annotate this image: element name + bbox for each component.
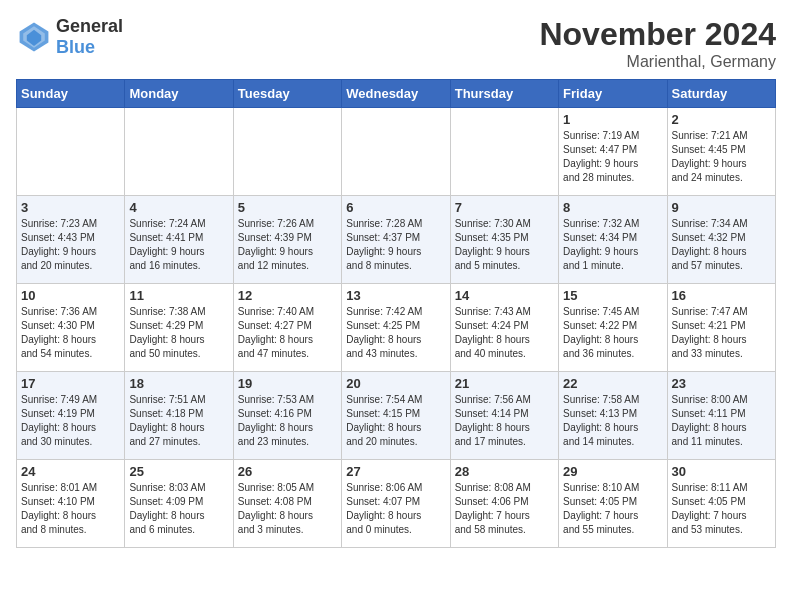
day-info: Sunrise: 7:54 AM Sunset: 4:15 PM Dayligh… <box>346 393 445 449</box>
day-info: Sunrise: 7:40 AM Sunset: 4:27 PM Dayligh… <box>238 305 337 361</box>
day-info: Sunrise: 7:26 AM Sunset: 4:39 PM Dayligh… <box>238 217 337 273</box>
day-info: Sunrise: 8:03 AM Sunset: 4:09 PM Dayligh… <box>129 481 228 537</box>
day-number: 17 <box>21 376 120 391</box>
day-info: Sunrise: 7:24 AM Sunset: 4:41 PM Dayligh… <box>129 217 228 273</box>
title-area: November 2024 Marienthal, Germany <box>539 16 776 71</box>
calendar-week-row: 10Sunrise: 7:36 AM Sunset: 4:30 PM Dayli… <box>17 284 776 372</box>
header-day-tuesday: Tuesday <box>233 80 341 108</box>
day-info: Sunrise: 7:51 AM Sunset: 4:18 PM Dayligh… <box>129 393 228 449</box>
location-subtitle: Marienthal, Germany <box>539 53 776 71</box>
day-number: 29 <box>563 464 662 479</box>
calendar-cell: 13Sunrise: 7:42 AM Sunset: 4:25 PM Dayli… <box>342 284 450 372</box>
day-number: 28 <box>455 464 554 479</box>
calendar-cell: 17Sunrise: 7:49 AM Sunset: 4:19 PM Dayli… <box>17 372 125 460</box>
day-number: 4 <box>129 200 228 215</box>
day-number: 20 <box>346 376 445 391</box>
calendar-cell: 9Sunrise: 7:34 AM Sunset: 4:32 PM Daylig… <box>667 196 775 284</box>
calendar-cell: 27Sunrise: 8:06 AM Sunset: 4:07 PM Dayli… <box>342 460 450 548</box>
calendar-cell: 2Sunrise: 7:21 AM Sunset: 4:45 PM Daylig… <box>667 108 775 196</box>
calendar-cell: 22Sunrise: 7:58 AM Sunset: 4:13 PM Dayli… <box>559 372 667 460</box>
calendar-cell: 20Sunrise: 7:54 AM Sunset: 4:15 PM Dayli… <box>342 372 450 460</box>
header-day-saturday: Saturday <box>667 80 775 108</box>
calendar-cell: 21Sunrise: 7:56 AM Sunset: 4:14 PM Dayli… <box>450 372 558 460</box>
calendar-cell: 23Sunrise: 8:00 AM Sunset: 4:11 PM Dayli… <box>667 372 775 460</box>
calendar-cell: 7Sunrise: 7:30 AM Sunset: 4:35 PM Daylig… <box>450 196 558 284</box>
day-number: 21 <box>455 376 554 391</box>
day-info: Sunrise: 7:58 AM Sunset: 4:13 PM Dayligh… <box>563 393 662 449</box>
calendar-cell: 26Sunrise: 8:05 AM Sunset: 4:08 PM Dayli… <box>233 460 341 548</box>
day-info: Sunrise: 8:11 AM Sunset: 4:05 PM Dayligh… <box>672 481 771 537</box>
day-number: 8 <box>563 200 662 215</box>
calendar-cell <box>450 108 558 196</box>
day-number: 18 <box>129 376 228 391</box>
day-number: 23 <box>672 376 771 391</box>
calendar-cell: 5Sunrise: 7:26 AM Sunset: 4:39 PM Daylig… <box>233 196 341 284</box>
day-number: 9 <box>672 200 771 215</box>
day-number: 26 <box>238 464 337 479</box>
day-info: Sunrise: 7:42 AM Sunset: 4:25 PM Dayligh… <box>346 305 445 361</box>
header-day-sunday: Sunday <box>17 80 125 108</box>
day-number: 3 <box>21 200 120 215</box>
day-number: 14 <box>455 288 554 303</box>
header-day-thursday: Thursday <box>450 80 558 108</box>
day-number: 2 <box>672 112 771 127</box>
calendar-cell: 8Sunrise: 7:32 AM Sunset: 4:34 PM Daylig… <box>559 196 667 284</box>
day-number: 27 <box>346 464 445 479</box>
day-info: Sunrise: 7:43 AM Sunset: 4:24 PM Dayligh… <box>455 305 554 361</box>
calendar-table: SundayMondayTuesdayWednesdayThursdayFrid… <box>16 79 776 548</box>
calendar-cell: 28Sunrise: 8:08 AM Sunset: 4:06 PM Dayli… <box>450 460 558 548</box>
day-info: Sunrise: 7:36 AM Sunset: 4:30 PM Dayligh… <box>21 305 120 361</box>
day-info: Sunrise: 7:28 AM Sunset: 4:37 PM Dayligh… <box>346 217 445 273</box>
day-info: Sunrise: 7:23 AM Sunset: 4:43 PM Dayligh… <box>21 217 120 273</box>
day-number: 5 <box>238 200 337 215</box>
day-number: 30 <box>672 464 771 479</box>
day-number: 15 <box>563 288 662 303</box>
calendar-cell: 14Sunrise: 7:43 AM Sunset: 4:24 PM Dayli… <box>450 284 558 372</box>
day-number: 19 <box>238 376 337 391</box>
day-info: Sunrise: 7:38 AM Sunset: 4:29 PM Dayligh… <box>129 305 228 361</box>
day-info: Sunrise: 7:34 AM Sunset: 4:32 PM Dayligh… <box>672 217 771 273</box>
calendar-week-row: 3Sunrise: 7:23 AM Sunset: 4:43 PM Daylig… <box>17 196 776 284</box>
day-number: 1 <box>563 112 662 127</box>
day-info: Sunrise: 7:49 AM Sunset: 4:19 PM Dayligh… <box>21 393 120 449</box>
day-number: 13 <box>346 288 445 303</box>
day-info: Sunrise: 8:01 AM Sunset: 4:10 PM Dayligh… <box>21 481 120 537</box>
logo: General Blue <box>16 16 123 58</box>
header-day-monday: Monday <box>125 80 233 108</box>
day-number: 7 <box>455 200 554 215</box>
calendar-cell: 30Sunrise: 8:11 AM Sunset: 4:05 PM Dayli… <box>667 460 775 548</box>
calendar-cell <box>17 108 125 196</box>
calendar-cell: 18Sunrise: 7:51 AM Sunset: 4:18 PM Dayli… <box>125 372 233 460</box>
header-area: General Blue November 2024 Marienthal, G… <box>16 16 776 71</box>
day-info: Sunrise: 8:06 AM Sunset: 4:07 PM Dayligh… <box>346 481 445 537</box>
calendar-cell: 16Sunrise: 7:47 AM Sunset: 4:21 PM Dayli… <box>667 284 775 372</box>
day-info: Sunrise: 8:05 AM Sunset: 4:08 PM Dayligh… <box>238 481 337 537</box>
calendar-cell <box>342 108 450 196</box>
day-number: 6 <box>346 200 445 215</box>
calendar-header-row: SundayMondayTuesdayWednesdayThursdayFrid… <box>17 80 776 108</box>
calendar-week-row: 24Sunrise: 8:01 AM Sunset: 4:10 PM Dayli… <box>17 460 776 548</box>
calendar-cell: 15Sunrise: 7:45 AM Sunset: 4:22 PM Dayli… <box>559 284 667 372</box>
day-info: Sunrise: 7:56 AM Sunset: 4:14 PM Dayligh… <box>455 393 554 449</box>
calendar-cell <box>125 108 233 196</box>
day-info: Sunrise: 7:45 AM Sunset: 4:22 PM Dayligh… <box>563 305 662 361</box>
month-title: November 2024 <box>539 16 776 53</box>
calendar-cell: 3Sunrise: 7:23 AM Sunset: 4:43 PM Daylig… <box>17 196 125 284</box>
day-info: Sunrise: 7:30 AM Sunset: 4:35 PM Dayligh… <box>455 217 554 273</box>
day-info: Sunrise: 7:32 AM Sunset: 4:34 PM Dayligh… <box>563 217 662 273</box>
calendar-cell: 12Sunrise: 7:40 AM Sunset: 4:27 PM Dayli… <box>233 284 341 372</box>
day-info: Sunrise: 7:47 AM Sunset: 4:21 PM Dayligh… <box>672 305 771 361</box>
header-day-friday: Friday <box>559 80 667 108</box>
calendar-cell: 10Sunrise: 7:36 AM Sunset: 4:30 PM Dayli… <box>17 284 125 372</box>
calendar-cell: 25Sunrise: 8:03 AM Sunset: 4:09 PM Dayli… <box>125 460 233 548</box>
calendar-cell: 6Sunrise: 7:28 AM Sunset: 4:37 PM Daylig… <box>342 196 450 284</box>
day-info: Sunrise: 8:08 AM Sunset: 4:06 PM Dayligh… <box>455 481 554 537</box>
calendar-week-row: 17Sunrise: 7:49 AM Sunset: 4:19 PM Dayli… <box>17 372 776 460</box>
day-number: 16 <box>672 288 771 303</box>
header-day-wednesday: Wednesday <box>342 80 450 108</box>
calendar-cell: 1Sunrise: 7:19 AM Sunset: 4:47 PM Daylig… <box>559 108 667 196</box>
day-info: Sunrise: 8:00 AM Sunset: 4:11 PM Dayligh… <box>672 393 771 449</box>
calendar-cell: 11Sunrise: 7:38 AM Sunset: 4:29 PM Dayli… <box>125 284 233 372</box>
calendar-cell: 19Sunrise: 7:53 AM Sunset: 4:16 PM Dayli… <box>233 372 341 460</box>
day-info: Sunrise: 8:10 AM Sunset: 4:05 PM Dayligh… <box>563 481 662 537</box>
